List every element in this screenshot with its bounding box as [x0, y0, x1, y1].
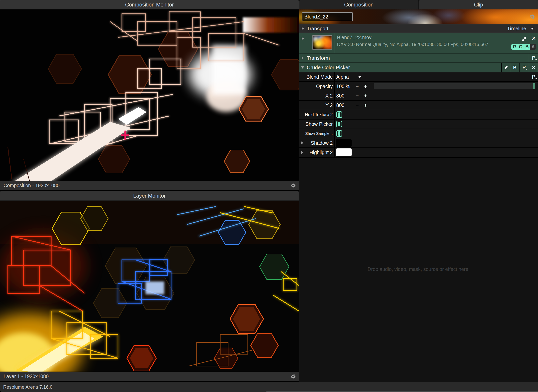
clip-file-row[interactable]: BlendZ_22.mov DXV 3.0 Normal Quality, No…	[299, 33, 538, 53]
transform-expander-icon[interactable]	[302, 56, 304, 60]
status-bar: Resolume Arena 7.16.0	[0, 382, 538, 392]
transform-presets-button[interactable]: P	[529, 53, 538, 62]
layer-monitor-title: Layer Monitor	[0, 191, 299, 201]
channel-r-button[interactable]: R	[511, 44, 518, 50]
clip-expand-icon[interactable]	[521, 36, 527, 42]
y2-increment-button[interactable]: +	[362, 101, 369, 110]
effect-crude-color-picker-header[interactable]: Crude Color Picker B P ×	[299, 63, 538, 72]
composition-resolution-label: Composition - 1920x1080	[4, 183, 60, 188]
drop-target-hint: Drop audio, video, mask, source or effec…	[299, 266, 538, 272]
close-x-icon: ×	[532, 64, 535, 71]
channel-b-button[interactable]: B	[524, 44, 530, 50]
composition-monitor-canvas[interactable]	[0, 10, 299, 181]
transport-expander-icon[interactable]	[302, 27, 304, 30]
param-label: Show Sample...	[299, 129, 333, 138]
layer-monitor-footer: Layer 1 - 1920x1080	[0, 372, 299, 381]
x2-value[interactable]: 800	[336, 91, 345, 100]
effect-name-label: Crude Color Picker	[307, 63, 350, 72]
effect-expander-icon[interactable]	[301, 66, 304, 69]
rgba-channel-toggles: R G B A	[511, 44, 536, 50]
resolume-arena-window: Composition Monitor	[0, 0, 538, 392]
param-label: Opacity	[299, 82, 333, 91]
opacity-decrement-button[interactable]: −	[354, 82, 361, 91]
tab-clip[interactable]: Clip	[419, 0, 538, 9]
param-row-hold-texture-2: Hold Texture 2	[299, 110, 538, 119]
blend-mode-dropdown-icon[interactable]	[358, 76, 361, 78]
clip-preview-strip[interactable]	[299, 9, 538, 24]
transport-label: Transport	[307, 24, 328, 33]
rgb-channels-active: R G B	[511, 44, 530, 50]
composition-monitor-title-text: Composition Monitor	[125, 2, 174, 8]
clip-file-thumbnail	[313, 35, 332, 50]
x2-decrement-button[interactable]: −	[354, 91, 361, 100]
composition-monitor-settings-gear-icon[interactable]	[290, 183, 296, 189]
preset-p-icon: P	[523, 65, 526, 70]
bypass-b-icon: B	[513, 65, 516, 70]
show-picker-toggle[interactable]	[336, 121, 342, 127]
param-label: Highlight 2	[299, 148, 333, 157]
effect-edit-button[interactable]	[501, 63, 510, 72]
opacity-slider-handle[interactable]	[533, 83, 535, 89]
blend-mode-value[interactable]: Alpha	[336, 72, 349, 81]
y2-decrement-button[interactable]: −	[354, 101, 361, 110]
opacity-value[interactable]: 100 %	[336, 82, 350, 91]
param-row-blend-mode: Blend Mode Alpha P	[299, 72, 538, 81]
param-label: Shadow 2	[299, 138, 333, 147]
param-row-y2: Y 2 800 − +	[299, 101, 538, 110]
layer-render	[0, 201, 299, 372]
clip-remove-icon[interactable]: ×	[532, 34, 536, 42]
clip-properties-panel: Composition Clip Transport Timeline Blen…	[299, 0, 538, 382]
tab-clip-label: Clip	[474, 2, 483, 8]
divider	[335, 33, 335, 53]
pencil-edit-icon	[504, 65, 508, 70]
param-row-highlight-2: Highlight 2	[299, 148, 538, 157]
param-label: Blend Mode	[299, 72, 333, 81]
composition-monitor-footer: Composition - 1920x1080	[0, 181, 299, 190]
transform-label: Transform	[307, 53, 330, 62]
opacity-increment-button[interactable]: +	[362, 82, 369, 91]
y2-value[interactable]: 800	[336, 101, 345, 110]
opacity-slider[interactable]	[374, 83, 535, 89]
param-row-x2: X 2 800 − +	[299, 91, 538, 100]
effect-presets-button[interactable]: P	[519, 63, 529, 72]
channel-g-button[interactable]: G	[518, 44, 524, 50]
layer-monitor-canvas[interactable]	[0, 201, 299, 372]
transform-section-header[interactable]: Transform P	[299, 53, 538, 62]
param-row-show-sample: Show Sample...	[299, 129, 538, 138]
blend-mode-presets-button[interactable]: P	[529, 72, 538, 81]
clip-settings-gear-icon[interactable]	[529, 14, 535, 20]
clip-file-name: BlendZ_22.mov	[337, 35, 371, 40]
tab-composition-label: Composition	[344, 2, 374, 8]
tab-composition[interactable]: Composition	[299, 0, 418, 9]
effect-remove-button[interactable]: ×	[529, 63, 538, 72]
color-picker-crosshair-vertical	[124, 131, 126, 140]
clip-file-expander-icon[interactable]	[302, 37, 304, 40]
hold-texture-2-toggle[interactable]	[336, 111, 342, 118]
param-label: Y 2	[299, 101, 333, 110]
preset-p-icon: P	[532, 55, 535, 61]
preset-p-icon: P	[532, 74, 535, 80]
channel-a-button[interactable]: A	[530, 44, 536, 50]
x2-increment-button[interactable]: +	[362, 91, 369, 100]
layer-resolution-label: Layer 1 - 1920x1080	[4, 373, 49, 379]
layer-monitor-settings-gear-icon[interactable]	[290, 374, 296, 380]
param-label: Show Picker	[299, 120, 333, 129]
composition-render	[0, 10, 299, 181]
param-row-opacity: Opacity 100 % − +	[299, 82, 538, 91]
layer-monitor-title-text: Layer Monitor	[133, 193, 166, 199]
effect-bypass-button[interactable]: B	[510, 63, 519, 72]
app-version-label: Resolume Arena 7.16.0	[3, 384, 52, 390]
composition-monitor-title: Composition Monitor	[0, 0, 299, 9]
param-label: Hold Texture 2	[299, 110, 333, 119]
shadow-2-color-swatch[interactable]	[336, 139, 352, 147]
clip-file-info: DXV 3.0 Normal Quality, No Alpha, 1920x1…	[337, 42, 488, 47]
clip-name-input[interactable]	[302, 12, 353, 21]
transport-mode-value[interactable]: Timeline	[507, 24, 526, 33]
param-label: X 2	[299, 91, 333, 100]
show-sample-toggle[interactable]	[336, 130, 342, 137]
param-row-shadow-2: Shadow 2	[299, 138, 538, 147]
horizontal-scrollbar[interactable]	[267, 391, 538, 392]
highlight-2-color-swatch[interactable]	[336, 149, 352, 156]
transport-section-header[interactable]: Transport Timeline	[299, 24, 538, 33]
transport-mode-dropdown-icon[interactable]	[531, 28, 534, 30]
